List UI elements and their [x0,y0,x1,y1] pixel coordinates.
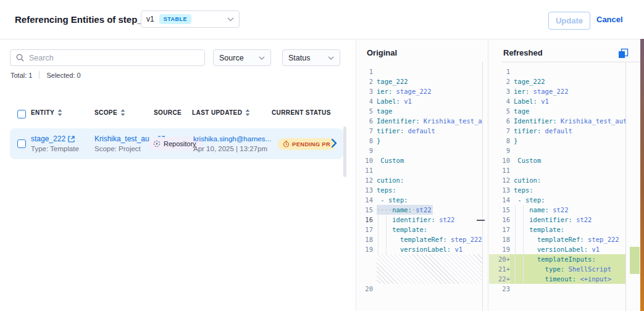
row-checkbox[interactable] [17,139,26,148]
page-title: Referencing Entities of step_222 [15,14,158,25]
diff-sash[interactable] [488,39,488,311]
external-link-icon [68,136,75,143]
table-row[interactable]: stage_222 Type: Template Krishika_test_a… [10,128,343,159]
code-line: 5tage [489,106,625,116]
referencing-entities-dialog: Referencing Entities of step_222 v1 STAB… [0,0,644,311]
clock-icon [283,141,290,147]
line-number: 6 [489,116,510,126]
code-line: 7tifier: default [489,126,625,136]
line-number: 9 [356,146,373,156]
refreshed-code-editor[interactable]: 12tage_2223ier: stage_2224Label: v15tage… [489,67,625,311]
code-line: 17 template: [489,225,625,234]
line-number: 17 [489,225,510,234]
code-line: 1 [356,67,482,77]
refreshed-viewport-edge [625,62,626,311]
code-line: 23 [489,284,625,294]
code-line: 14 - step: [356,195,482,205]
line-number: 11 [489,165,510,175]
code-line: 15····name:·st22 [356,205,482,215]
select-all-checkbox[interactable] [17,110,26,118]
line-number: 2 [489,77,510,86]
indent-guide [386,215,387,254]
code-line: 6Identifier: Krishika_test_aut [356,116,482,126]
left-panel-scrollbar[interactable] [343,126,346,177]
code-line: 15 name: st22 [489,205,625,215]
version-selector[interactable]: v1 STABLE [141,10,240,28]
update-button[interactable]: Update [548,12,590,30]
selected-count: Selected: 0 [46,72,80,79]
code-line: 4Label: v1 [356,96,482,106]
code-line: 11 [489,165,625,175]
line-number: 16 [356,215,373,225]
line-number: 9 [489,146,510,156]
sort-icon[interactable] [57,109,62,116]
line-number: 13 [489,185,510,195]
column-header-current-status: CURRENT STATUS [272,109,331,116]
search-input[interactable] [28,53,204,63]
code-line: 13teps: [356,185,482,195]
line-number: 3 [489,86,510,96]
diff-collapsed-region [377,254,482,284]
chevron-down-icon [227,17,234,22]
line-number: 14 [489,195,510,205]
refreshed-panel-title: Refreshed [503,48,543,57]
line-number: 1 [489,67,510,77]
line-number: 3 [356,86,373,96]
chevron-right-icon[interactable] [331,138,337,148]
source-filter[interactable]: Source [213,49,271,66]
code-line: 20 [356,284,482,294]
line-number: 7 [356,126,373,136]
refreshed-editor-top-border [501,62,640,62]
code-line: 12cution: [489,175,625,185]
updated-by[interactable]: krishika.singh@harnes... [193,135,271,143]
status-filter[interactable]: Status [282,49,340,66]
column-header-scope[interactable]: SCOPE [94,109,125,116]
sort-icon[interactable] [120,109,125,116]
line-number: 6 [356,116,373,126]
line-number: 21+ [489,264,510,274]
copy-icon[interactable] [618,48,629,59]
code-line: 16 identifier: st22 [356,215,482,225]
entity-link[interactable]: stage_222 [31,135,75,143]
chevron-down-icon [259,56,265,60]
original-code-editor[interactable]: 12tage_2223ier: stage_2224Label: v15tage… [356,67,482,311]
indent-guide [378,215,378,254]
version-label: v1 [146,15,154,23]
line-number: 4 [356,96,373,106]
line-number: 4 [489,96,510,106]
line-number: 18 [489,234,510,244]
line-number: 18 [356,234,373,244]
entity-cell: stage_222 Type: Template [31,134,79,153]
cancel-button[interactable]: Cancel [596,15,623,24]
line-number: 15 [356,205,373,215]
status-filter-label: Status [288,54,310,62]
changed-text-highlight: ····name:·st22 [377,205,433,215]
dialog-header: Referencing Entities of step_222 v1 STAB… [0,0,644,39]
result-counts: Total: 1 Selected: 0 [10,71,81,79]
code-line: 8} [489,136,625,146]
source-filter-label: Source [219,54,244,62]
indent-guide [523,205,524,284]
line-number: 16 [489,215,510,225]
code-line: 17 template: [356,225,482,234]
line-number: 11 [356,165,373,175]
code-line: 19 versionLabel: v1 [356,244,482,254]
code-line: 22+ timeout: <+input> [489,274,625,284]
repository-icon [153,140,161,147]
column-header-last-updated[interactable]: LAST UPDATED [192,109,250,116]
line-number: 2 [356,77,373,86]
line-number: 12 [489,175,510,185]
search-box [10,49,205,66]
code-line: 20+ templateInputs: [489,254,625,264]
last-updated-cell: krishika.singh@harnes... Apr 10, 2025 | … [193,134,271,153]
line-number: 15 [489,205,510,215]
line-number: 5 [356,106,373,116]
code-line: 2tage_222 [489,77,625,86]
sort-icon[interactable] [245,109,250,116]
line-number: 10 [356,156,373,165]
code-line: 16 identifier: st22 [489,215,625,225]
line-number: 13 [356,185,373,195]
column-header-entity[interactable]: ENTITY [31,109,62,116]
code-line: 6Identifier: Krishika_test_aut [489,116,625,126]
line-number: 1 [356,67,373,77]
